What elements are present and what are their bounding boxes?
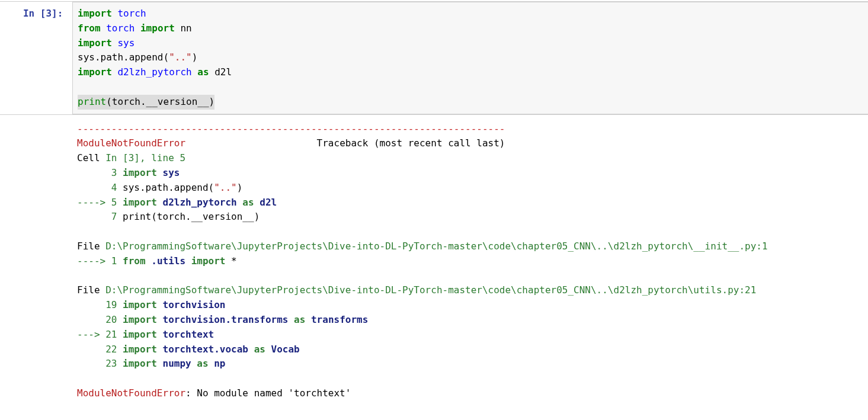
keyword: as (191, 358, 209, 369)
final-error-name: ModuleNotFoundError (77, 387, 185, 399)
notebook-input-cell[interactable]: In [3]: import torch from torch import n… (0, 1, 868, 115)
module: torchtext (157, 329, 214, 340)
string-literal: ".." (214, 182, 237, 193)
code-text: ) (192, 52, 198, 63)
module: torchvision.transforms (157, 314, 289, 325)
arrow-lineno: ----> 5 (77, 197, 117, 208)
identifier: nn (180, 23, 191, 34)
keyword: import (78, 37, 112, 49)
code-text: ) (237, 182, 243, 193)
final-error-msg: : No module named 'torchtext' (185, 387, 351, 399)
keyword: as (248, 344, 265, 355)
error-name: ModuleNotFoundError (77, 137, 185, 149)
highlighted-line: print(torch.__version__) (78, 95, 214, 110)
code-text: print(torch.__version__) (117, 211, 260, 222)
keyword: import (117, 167, 156, 178)
module: d2lzh_pytorch (117, 66, 191, 78)
string-literal: ".." (169, 52, 192, 63)
keyword: import (78, 8, 112, 19)
module: sys (117, 37, 134, 49)
lineno: 23 (77, 358, 117, 369)
alias: transforms (305, 314, 368, 325)
builtin: print (78, 96, 106, 107)
lineno: 7 (77, 211, 117, 222)
keyword: as (288, 314, 305, 325)
module: numpy (157, 358, 191, 369)
lineno: 4 (77, 182, 117, 193)
keyword: as (237, 197, 254, 208)
keyword: import (117, 299, 156, 310)
lineno: 20 (77, 314, 117, 325)
code-input-area[interactable]: import torch from torch import nn import… (72, 2, 868, 114)
code-text: sys.path.append( (78, 52, 169, 63)
arrow-lineno: ----> 1 (77, 255, 117, 267)
code-text: (torch.__version__) (106, 96, 214, 107)
cell-location: In [3], line 5 (105, 152, 185, 163)
alias: d2l (214, 66, 232, 78)
keyword: as (197, 66, 209, 78)
module: torch (117, 8, 146, 19)
tb-separator: ----------------------------------------… (77, 123, 505, 134)
star: * (225, 255, 236, 267)
keyword: from (78, 23, 101, 34)
module: torchvision (157, 299, 226, 310)
alias: np (209, 358, 226, 369)
keyword: import (140, 23, 175, 34)
keyword: import (78, 66, 112, 78)
module: sys (157, 167, 180, 178)
file-path: D:\ProgrammingSoftware\JupyterProjects\D… (105, 241, 767, 252)
cell-label: Cell (77, 152, 105, 163)
alias: Vocab (265, 344, 300, 355)
keyword: import (117, 197, 156, 208)
lineno: 3 (77, 167, 117, 178)
alias: d2l (254, 197, 277, 208)
lineno: 19 (77, 299, 117, 310)
code-text: sys.path.append( (117, 182, 214, 193)
identifier: utils (157, 255, 185, 267)
input-prompt: In [3]: (0, 2, 72, 114)
keyword: import (117, 314, 156, 325)
lineno: 22 (77, 344, 117, 355)
traceback-label: Traceback (most recent call last) (317, 137, 505, 149)
keyword: import (117, 329, 156, 340)
module: torch (106, 23, 134, 34)
file-label: File (77, 284, 105, 296)
keyword: import (117, 344, 156, 355)
module: . (146, 255, 157, 267)
module: torchtext.vocab (157, 344, 248, 355)
module: d2lzh_pytorch (157, 197, 237, 208)
output-traceback: ----------------------------------------… (72, 115, 868, 406)
file-label: File (77, 241, 105, 252)
keyword: import (117, 358, 156, 369)
keyword: from (117, 255, 145, 267)
arrow-lineno: ---> 21 (77, 329, 117, 340)
keyword: import (185, 255, 225, 267)
file-path: D:\ProgrammingSoftware\JupyterProjects\D… (105, 284, 756, 296)
